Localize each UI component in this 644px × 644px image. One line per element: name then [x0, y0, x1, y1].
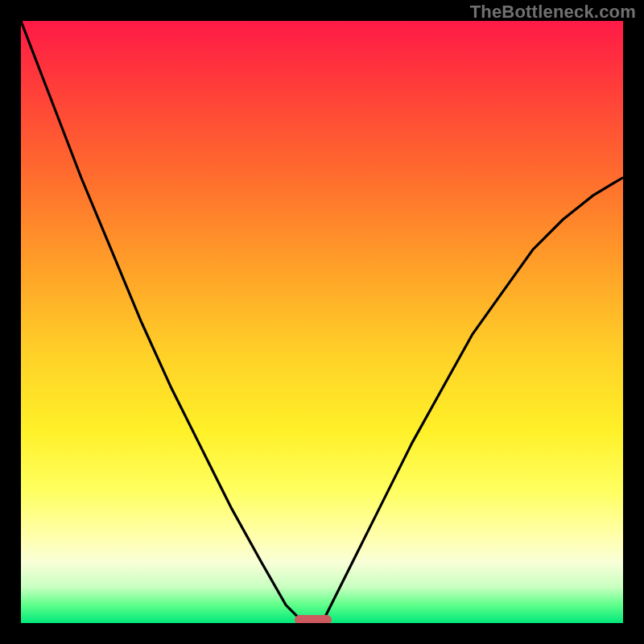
outer-frame: TheBottleneck.com: [0, 0, 644, 644]
minimum-marker: [295, 615, 332, 623]
plot-area: [21, 21, 623, 623]
curve-right-branch: [322, 178, 623, 624]
watermark-text: TheBottleneck.com: [470, 2, 636, 23]
curve-left-branch: [21, 21, 304, 623]
bottleneck-curve: [21, 21, 623, 623]
